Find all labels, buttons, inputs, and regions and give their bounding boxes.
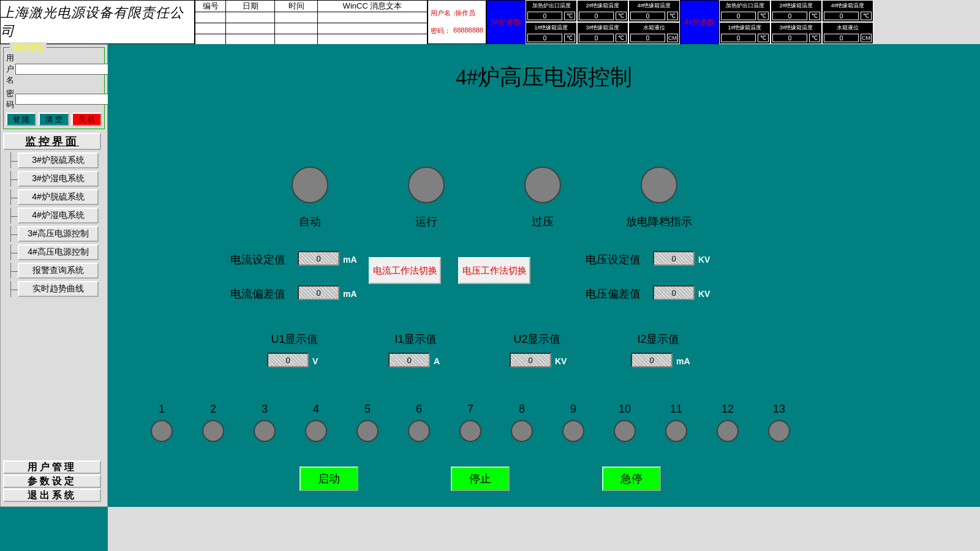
channel-index: 10 [619,403,631,416]
channel-lamp [202,420,224,442]
field-current-dev[interactable]: 0 [298,285,339,300]
pass-value: 88888888 [453,26,483,36]
readout-cell: 3#绝缘箱温度0℃ [577,22,628,44]
top-bar: 上海激光电源设备有限责任公司 编号 日期 时间 WinCC 消息文本 用户名： … [0,0,980,44]
readout-unit: ℃ [564,34,575,42]
login-group: 系统登陆 用户名 密 码 登 陆 清 空 关 机 [3,47,105,129]
channel-lamp [305,420,327,442]
alarm-col-time: 时间 [275,1,318,12]
company-name: 上海激光电源设备有限责任公司 [0,0,195,44]
display-unit: A [434,356,440,366]
params-title[interactable]: 4#炉参数 [680,0,719,44]
readout-value: 0 [527,34,562,42]
login-user-input[interactable] [15,64,111,75]
channel-index: 12 [722,403,734,416]
readout-cell: 2#绝缘箱温度0℃ [577,0,628,22]
bottom-status-bar [108,507,980,551]
readout-label: 2#绝缘箱温度 [586,2,619,10]
channel-index: 8 [516,403,528,416]
label-current-set: 电流设定值 [230,252,285,267]
channel-lamp [562,420,584,442]
readout-value: 0 [579,34,614,42]
display-value: 0 [510,353,551,367]
readout-value: 0 [772,34,807,42]
user-label: 用户名： [431,9,455,18]
display-value: 0 [267,353,309,367]
login-legend: 系统登陆 [10,42,47,53]
nav-bottom-item[interactable]: 退出系统 [3,489,101,502]
alarm-table: 编号 日期 时间 WinCC 消息文本 [195,0,428,45]
readout-value: 0 [721,34,756,42]
readout-label: 1#绝缘箱温度 [534,24,568,32]
readout-unit: ℃ [861,12,872,20]
channel-lamp [151,420,173,442]
nav-item[interactable]: 4#高压电源控制 [18,244,99,260]
display-value: 0 [388,353,430,367]
readout-value: 0 [824,12,859,20]
nav-item[interactable]: 4#炉脱硫系统 [18,189,99,205]
current-user-box: 用户名： 操作员 密码： 88888888 [428,0,486,44]
nav-root[interactable]: 监控界面 [3,133,101,150]
readout-cell: 加热炉出口温度0℃ [719,0,771,22]
readout-label: 水箱液位 [643,24,665,32]
status-lamp-label: 运行 [377,214,475,229]
unit-current-dev: mA [343,289,357,299]
mode-voltage-button[interactable]: 电压工作法切换 [458,257,530,284]
readout-label: 4#绝缘箱温度 [831,2,864,10]
field-voltage-set[interactable]: 0 [653,251,695,266]
channel-lamp [459,420,481,442]
unit-current-set: mA [343,255,357,264]
display-label: I2显示值 [612,332,704,347]
readout-unit: ℃ [758,12,769,20]
channel-index: 5 [361,403,374,416]
estop-button[interactable]: 急停 [602,467,661,491]
field-voltage-dev[interactable]: 0 [653,285,695,300]
readout-cell: 1#绝缘箱温度0℃ [719,22,771,44]
readout-value: 0 [630,34,665,42]
stop-button[interactable]: 停止 [451,467,510,491]
readout-cell: 1#绝缘箱温度0℃ [526,22,577,44]
channel-index: 9 [567,403,579,416]
left-panel: 系统登陆 用户名 密 码 登 陆 清 空 关 机 监控界面 3#炉脱硫系统3#炉… [0,44,108,507]
display-unit: KV [555,356,567,366]
readout-label: 3#绝缘箱温度 [586,24,619,32]
channel-index: 3 [258,403,271,416]
field-current-set[interactable]: 0 [298,251,339,266]
readout-cell: 4#绝缘箱温度0℃ [628,0,680,22]
label-voltage-dev: 电压偏差值 [586,287,641,301]
status-lamp-label: 过压 [494,214,592,229]
label-current-dev: 电流偏差值 [230,287,285,301]
params-block-3: 3#炉参数加热炉出口温度0℃2#绝缘箱温度0℃4#绝缘箱温度0℃1#绝缘箱温度0… [486,0,680,44]
nav-item[interactable]: 报警查询系统 [18,263,99,279]
clear-button[interactable]: 清 空 [39,113,69,126]
login-pass-input[interactable] [15,94,111,105]
readout-value: 0 [630,12,665,20]
readout-unit: CM [861,34,872,42]
readout-unit: ℃ [616,12,627,20]
readout-value: 0 [772,12,807,20]
nav-bottom-item[interactable]: 用户管理 [3,460,101,474]
display-label: U1显示值 [249,332,341,347]
params-title[interactable]: 3#炉参数 [486,0,526,44]
channel-index: 2 [207,403,219,416]
nav-item[interactable]: 实时趋势曲线 [18,281,99,297]
readout-unit: ℃ [809,12,820,20]
mode-current-button[interactable]: 电流工作法切换 [369,257,441,284]
channel-lamp [511,420,533,442]
nav-item[interactable]: 4#炉湿电系统 [18,208,99,223]
readout-unit: ℃ [809,34,820,42]
shutdown-button[interactable]: 关 机 [72,113,102,126]
channel-index: 6 [413,403,425,416]
display-unit: mA [676,356,690,366]
login-button[interactable]: 登 陆 [6,113,36,126]
start-button[interactable]: 启动 [300,467,358,491]
nav-item[interactable]: 3#炉湿电系统 [18,171,99,187]
nav-item[interactable]: 3#炉脱硫系统 [18,152,99,168]
channel-index: 11 [670,403,682,416]
nav-item[interactable]: 3#高压电源控制 [18,226,99,242]
display-value: 0 [631,353,673,367]
status-lamp [292,167,328,203]
pass-label: 密码： [431,26,453,36]
readout-unit: ℃ [667,12,678,20]
nav-bottom-item[interactable]: 参数设定 [3,474,101,488]
